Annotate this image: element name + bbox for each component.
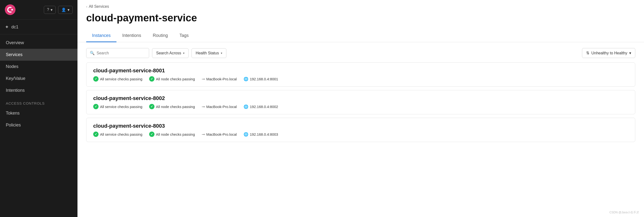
datacenter-label: dc1 xyxy=(12,25,18,30)
datacenter-icon: ✦ xyxy=(5,24,9,30)
node-info: ⊸ MacBook-Pro.local xyxy=(202,104,237,109)
node-name: MacBook-Pro.local xyxy=(206,105,237,109)
service-checks-label: All service checks passing xyxy=(100,77,142,81)
search-across-dropdown[interactable]: Search Across ▾ xyxy=(152,48,188,58)
filter-bar: 🔍 Search Across ▾ Health Status ▾ ⇅ Unhe… xyxy=(78,42,644,62)
address-info: 🌐 192.168.0.4:8001 xyxy=(244,77,278,81)
user-chevron: ▾ xyxy=(68,8,70,12)
node-check-icon: ✓ xyxy=(149,76,154,81)
search-box: 🔍 xyxy=(86,48,149,58)
node-checks-badge: ✓ All node checks passing xyxy=(149,132,195,137)
header-controls: ? ▾ 👤 ▾ xyxy=(44,6,73,14)
consul-logo-icon xyxy=(5,4,16,15)
service-name: cloud-payment-service-8003 xyxy=(93,123,628,129)
datacenter-row: ✦ dc1 xyxy=(0,20,78,35)
table-row[interactable]: cloud-payment-service-8001 ✓ All service… xyxy=(86,62,635,87)
search-input[interactable] xyxy=(96,51,135,55)
service-name: cloud-payment-service-8002 xyxy=(93,95,628,101)
user-button[interactable]: 👤 ▾ xyxy=(58,6,73,14)
sidebar-header: ? ▾ 👤 ▾ xyxy=(0,0,78,20)
node-checks-label: All node checks passing xyxy=(156,132,195,136)
service-check-icon: ✓ xyxy=(93,104,98,109)
breadcrumb-link[interactable]: All Services xyxy=(89,4,109,9)
node-checks-badge: ✓ All node checks passing xyxy=(149,104,195,109)
tab-routing[interactable]: Routing xyxy=(147,30,174,42)
breadcrumb: ‹ All Services xyxy=(78,0,644,10)
node-checks-label: All node checks passing xyxy=(156,105,195,109)
node-icon: ⊸ xyxy=(202,104,205,109)
address: 192.168.0.4:8002 xyxy=(250,105,278,109)
sort-chevron: ▾ xyxy=(629,51,631,55)
node-icon: ⊸ xyxy=(202,132,205,137)
watermark: CSDN @Java小生不才 xyxy=(610,210,639,214)
help-chevron: ▾ xyxy=(50,8,52,12)
globe-icon: 🌐 xyxy=(244,104,248,109)
tab-instances[interactable]: Instances xyxy=(86,30,116,42)
service-meta: ✓ All service checks passing ✓ All node … xyxy=(93,132,628,137)
globe-icon: 🌐 xyxy=(244,77,248,81)
access-controls-label: Access Controls xyxy=(0,96,78,107)
table-row[interactable]: cloud-payment-service-8002 ✓ All service… xyxy=(86,90,635,114)
node-name: MacBook-Pro.local xyxy=(206,132,237,136)
service-checks-label: All service checks passing xyxy=(100,132,142,136)
sidebar-item-services[interactable]: Services xyxy=(0,49,78,61)
sidebar-item-keyvalue[interactable]: Key/Value xyxy=(0,73,78,84)
node-check-icon: ✓ xyxy=(149,104,154,109)
service-meta: ✓ All service checks passing ✓ All node … xyxy=(93,104,628,109)
node-info: ⊸ MacBook-Pro.local xyxy=(202,77,237,81)
help-icon: ? xyxy=(47,8,49,12)
service-checks-badge: ✓ All service checks passing xyxy=(93,104,142,109)
node-checks-badge: ✓ All node checks passing xyxy=(149,76,195,81)
health-status-label: Health Status xyxy=(196,51,219,55)
user-icon: 👤 xyxy=(61,8,66,12)
sidebar: ? ▾ 👤 ▾ ✦ dc1 Overview Services Nodes Ke… xyxy=(0,0,78,217)
table-row[interactable]: cloud-payment-service-8003 ✓ All service… xyxy=(86,118,635,142)
search-across-label: Search Across xyxy=(156,51,181,55)
globe-icon: 🌐 xyxy=(244,132,248,137)
sort-dropdown[interactable]: ⇅ Unhealthy to Healthy ▾ xyxy=(582,48,635,58)
sidebar-item-intentions[interactable]: Intentions xyxy=(0,84,78,96)
node-name: MacBook-Pro.local xyxy=(206,77,237,81)
tab-bar: Instances Intentions Routing Tags xyxy=(78,30,644,42)
sidebar-item-nodes[interactable]: Nodes xyxy=(0,61,78,73)
nav-items: Overview Services Nodes Key/Value Intent… xyxy=(0,35,78,217)
sidebar-item-overview[interactable]: Overview xyxy=(0,37,78,49)
service-check-icon: ✓ xyxy=(93,76,98,81)
sort-icon: ⇅ xyxy=(586,51,589,55)
tab-tags[interactable]: Tags xyxy=(174,30,194,42)
tab-intentions[interactable]: Intentions xyxy=(116,30,147,42)
node-info: ⊸ MacBook-Pro.local xyxy=(202,132,237,137)
svg-point-1 xyxy=(12,9,13,11)
health-status-dropdown[interactable]: Health Status ▾ xyxy=(192,48,226,58)
address-info: 🌐 192.168.0.4:8003 xyxy=(244,132,278,137)
service-meta: ✓ All service checks passing ✓ All node … xyxy=(93,76,628,81)
help-button[interactable]: ? ▾ xyxy=(44,6,56,14)
service-checks-badge: ✓ All service checks passing xyxy=(93,132,142,137)
service-list: cloud-payment-service-8001 ✓ All service… xyxy=(78,62,644,145)
svg-point-0 xyxy=(5,4,16,15)
search-across-chevron: ▾ xyxy=(183,51,184,55)
sidebar-item-policies[interactable]: Policies xyxy=(0,119,78,131)
breadcrumb-chevron: ‹ xyxy=(86,5,88,9)
service-checks-badge: ✓ All service checks passing xyxy=(93,76,142,81)
service-name: cloud-payment-service-8001 xyxy=(93,67,628,74)
service-checks-label: All service checks passing xyxy=(100,105,142,109)
page-title: cloud-payment-service xyxy=(78,10,644,30)
address-info: 🌐 192.168.0.4:8002 xyxy=(244,104,278,109)
logo xyxy=(5,4,16,15)
address: 192.168.0.4:8003 xyxy=(250,132,278,136)
main-content: ‹ All Services cloud-payment-service Ins… xyxy=(78,0,644,217)
node-icon: ⊸ xyxy=(202,77,205,81)
service-check-icon: ✓ xyxy=(93,132,98,137)
node-check-icon: ✓ xyxy=(149,132,154,137)
address: 192.168.0.4:8001 xyxy=(250,77,278,81)
health-status-chevron: ▾ xyxy=(221,51,222,55)
search-icon: 🔍 xyxy=(90,51,95,55)
sort-label: Unhealthy to Healthy xyxy=(591,51,627,55)
sidebar-item-tokens[interactable]: Tokens xyxy=(0,107,78,119)
node-checks-label: All node checks passing xyxy=(156,77,195,81)
